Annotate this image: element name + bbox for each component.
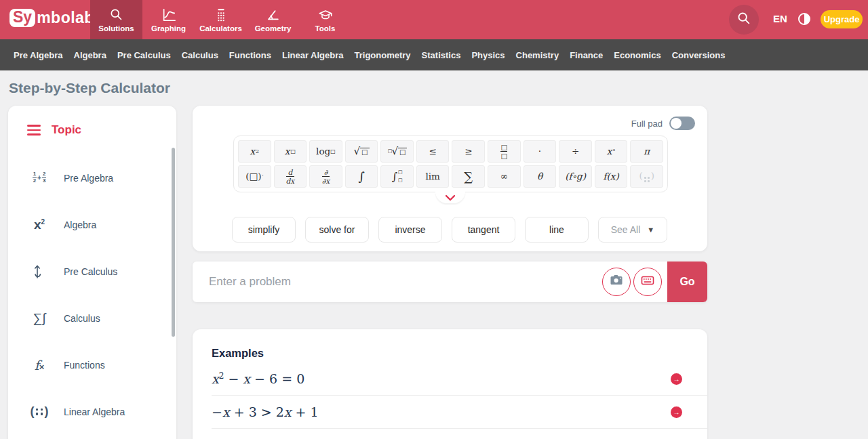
example-equation: −x + 3 > 2x + 1 bbox=[212, 404, 671, 419]
subnav-item-algebra[interactable]: Algebra bbox=[74, 50, 106, 60]
go-button[interactable]: Go bbox=[667, 262, 707, 302]
tab-label: Solutions bbox=[98, 24, 134, 33]
camera-input-button[interactable] bbox=[602, 268, 631, 296]
key-f-of-x[interactable]: f(x) bbox=[595, 165, 628, 188]
collapse-keypad-button[interactable] bbox=[435, 192, 465, 203]
upgrade-button[interactable]: Upgrade bbox=[821, 10, 863, 28]
key-derivative-prime[interactable]: (□)′ bbox=[238, 165, 271, 188]
header-tab-geometry[interactable]: Geometry bbox=[247, 0, 299, 39]
logo-sy-badge: Sy bbox=[9, 9, 35, 27]
key-infinity[interactable]: ∞ bbox=[488, 165, 521, 188]
chevron-down-icon bbox=[445, 192, 456, 204]
search-icon bbox=[109, 7, 124, 22]
subnav-item-trigonometry[interactable]: Trigonometry bbox=[355, 50, 411, 60]
header-tab-tools[interactable]: Tools bbox=[299, 0, 351, 39]
symbolab-logo[interactable]: Sy mbolab bbox=[9, 9, 94, 27]
key-greater-equal[interactable]: ≥ bbox=[452, 140, 485, 163]
subnav-item-pre-algebra[interactable]: Pre Algebra bbox=[14, 50, 63, 60]
key-x-degree[interactable]: x° bbox=[595, 140, 628, 163]
sidebar-item-label: Pre Calculus bbox=[64, 266, 117, 277]
key-composition[interactable]: (f∘g) bbox=[559, 165, 592, 188]
angle-icon bbox=[266, 7, 281, 22]
sidebar-item-calculus[interactable]: ∑∫Calculus bbox=[8, 295, 176, 341]
key-partial-derivative[interactable]: ∂∂x bbox=[309, 165, 342, 188]
quick-button-tangent[interactable]: tangent bbox=[452, 217, 515, 243]
key-divide[interactable]: ÷ bbox=[559, 140, 592, 163]
subnav-item-economics[interactable]: Economics bbox=[614, 50, 660, 60]
quick-button-line[interactable]: line bbox=[525, 217, 589, 243]
key-cdot[interactable]: · bbox=[524, 140, 557, 163]
keyboard-icon bbox=[639, 272, 656, 291]
sidebar-item-algebra[interactable]: x2Algebra bbox=[8, 201, 176, 248]
key-limit[interactable]: lim bbox=[416, 165, 450, 188]
topic-sidebar: Topic 12+23Pre Algebrax2AlgebraPre Calcu… bbox=[8, 106, 176, 439]
sidebar-item-pre-algebra[interactable]: 12+23Pre Algebra bbox=[8, 154, 176, 201]
examples-heading: Examples bbox=[212, 347, 707, 360]
graph-icon bbox=[161, 7, 176, 22]
quick-button-simplify[interactable]: simplify bbox=[232, 217, 296, 243]
subnav-item-linear-algebra[interactable]: Linear Algebra bbox=[282, 50, 344, 60]
math-keypad-panel: Full pad x2x□log□√□□√□≤≥□□·÷x°π(□)′ddx∂∂… bbox=[193, 106, 707, 251]
subnav-item-statistics[interactable]: Statistics bbox=[422, 50, 461, 60]
full-pad-label: Full pad bbox=[631, 119, 663, 129]
see-all-dropdown[interactable]: See All▼ bbox=[598, 217, 667, 243]
quick-button-solve-for[interactable]: solve for bbox=[305, 217, 369, 243]
key-fraction[interactable]: □□ bbox=[488, 140, 521, 163]
examples-panel: Examples x2 − x − 6 = 0→−x + 3 > 2x + 1→ bbox=[193, 329, 707, 439]
header-search-button[interactable] bbox=[729, 5, 759, 35]
key-x-squared[interactable]: x2 bbox=[238, 140, 271, 163]
quick-button-inverse[interactable]: inverse bbox=[378, 217, 442, 243]
key-nth-root[interactable]: □√□ bbox=[380, 140, 414, 163]
header-tab-solutions[interactable]: Solutions bbox=[90, 0, 142, 39]
key-less-equal[interactable]: ≤ bbox=[416, 140, 450, 163]
example-go-arrow-icon[interactable]: → bbox=[671, 406, 682, 418]
problem-input-bar: Go bbox=[193, 262, 707, 302]
matrix-icon: () bbox=[28, 404, 50, 419]
key-pi[interactable]: π bbox=[630, 140, 663, 163]
search-icon bbox=[736, 11, 751, 28]
sidebar-item-label: Functions bbox=[64, 360, 105, 371]
key-x-power[interactable]: x□ bbox=[274, 140, 307, 163]
key-definite-integral[interactable]: ∫□□ bbox=[380, 165, 414, 188]
key-d-dx[interactable]: ddx bbox=[274, 165, 307, 188]
keyboard-input-button[interactable] bbox=[633, 268, 662, 296]
sidebar-item-linear-algebra[interactable]: ()Linear Algebra bbox=[8, 388, 176, 435]
subnav-item-conversions[interactable]: Conversions bbox=[672, 50, 726, 60]
toggle-knob bbox=[671, 118, 682, 129]
subnav-item-finance[interactable]: Finance bbox=[570, 50, 603, 60]
calculator-icon bbox=[214, 7, 229, 22]
sidebar-scrollbar[interactable] bbox=[172, 148, 175, 337]
header-tabs: SolutionsGraphingCalculatorsGeometryTool… bbox=[90, 0, 351, 39]
graduation-cap-icon bbox=[318, 7, 333, 22]
header-tab-calculators[interactable]: Calculators bbox=[195, 0, 247, 39]
key-integral[interactable]: ∫ bbox=[345, 165, 378, 188]
menu-icon[interactable] bbox=[27, 125, 41, 135]
key-matrix[interactable]: () bbox=[630, 165, 663, 188]
problem-input[interactable] bbox=[208, 274, 602, 289]
fraction-icon: 12+23 bbox=[28, 171, 50, 184]
key-sqrt[interactable]: √□ bbox=[345, 140, 378, 163]
subnav-item-chemistry[interactable]: Chemistry bbox=[516, 50, 559, 60]
key-log[interactable]: log□ bbox=[309, 140, 342, 163]
language-selector[interactable]: EN bbox=[773, 13, 787, 24]
tab-label: Tools bbox=[315, 24, 336, 33]
example-row[interactable]: x2 − x − 6 = 0→ bbox=[212, 362, 707, 396]
subnav-item-functions[interactable]: Functions bbox=[229, 50, 271, 60]
dark-mode-toggle-icon[interactable] bbox=[798, 13, 810, 25]
sidebar-item-label: Algebra bbox=[64, 220, 96, 230]
example-row[interactable]: −x + 3 > 2x + 1→ bbox=[212, 396, 707, 429]
tab-label: Geometry bbox=[255, 24, 292, 33]
subnav-item-calculus[interactable]: Calculus bbox=[182, 50, 218, 60]
tab-label: Graphing bbox=[151, 24, 186, 33]
subnav-item-physics[interactable]: Physics bbox=[471, 50, 505, 60]
caret-down-icon: ▼ bbox=[647, 226, 654, 234]
sidebar-item-pre-calculus[interactable]: Pre Calculus bbox=[8, 248, 176, 295]
key-theta[interactable]: θ bbox=[524, 165, 557, 188]
full-pad-toggle[interactable] bbox=[669, 117, 695, 130]
key-sum[interactable]: ∑ bbox=[452, 165, 485, 188]
example-go-arrow-icon[interactable]: → bbox=[671, 373, 682, 385]
sidebar-item-functions[interactable]: f×Functions bbox=[8, 341, 176, 388]
subject-nav: Pre AlgebraAlgebraPre CalculusCalculusFu… bbox=[0, 39, 868, 70]
subnav-item-pre-calculus[interactable]: Pre Calculus bbox=[117, 50, 171, 60]
header-tab-graphing[interactable]: Graphing bbox=[142, 0, 195, 39]
